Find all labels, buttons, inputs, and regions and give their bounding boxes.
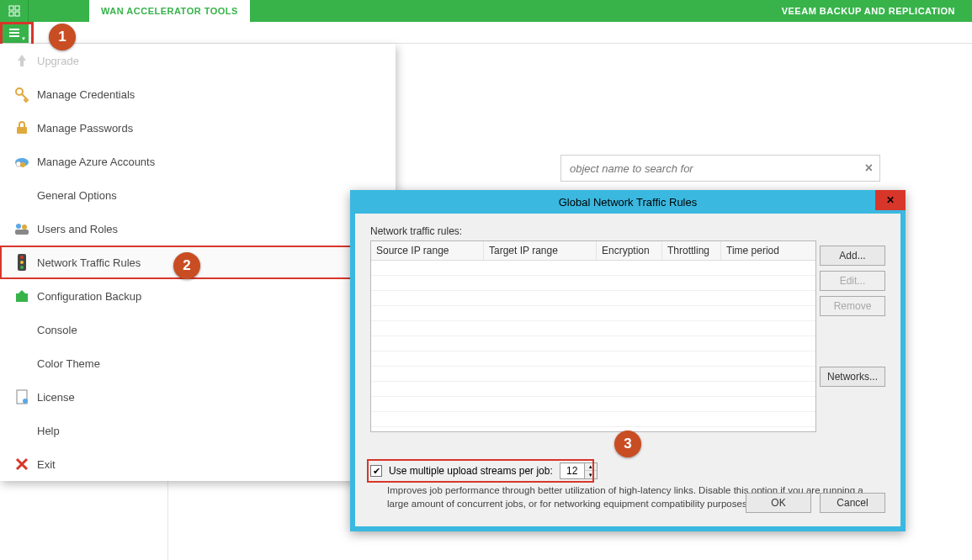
rules-table-header: Source IP range Target IP range Encrypti… (371, 241, 815, 261)
key-icon (10, 87, 34, 102)
spin-down[interactable]: ▼ (585, 471, 597, 478)
svg-point-9 (16, 224, 21, 229)
svg-rect-11 (15, 230, 29, 235)
upgrade-icon (10, 53, 34, 68)
upload-streams-checkbox[interactable]: ✔ (370, 465, 382, 477)
config-backup-icon (10, 288, 34, 304)
menu-label: Manage Passwords (34, 122, 396, 135)
col-time-period[interactable]: Time period (721, 241, 805, 260)
col-source-ip[interactable]: Source IP range (371, 241, 484, 260)
upload-streams-input[interactable] (560, 464, 584, 478)
col-encryption[interactable]: Encryption (597, 241, 662, 260)
svg-point-14 (20, 261, 24, 264)
ribbon-active-tab[interactable]: WAN ACCELERATOR TOOLS (89, 0, 250, 22)
toolbar-row: ▼ (0, 22, 972, 44)
add-button[interactable]: Add... (820, 246, 885, 266)
license-icon (10, 389, 34, 404)
menu-general-options[interactable]: General Options (0, 178, 396, 212)
menu-label: Help (34, 425, 379, 437)
svg-point-7 (16, 161, 21, 166)
menu-label: Color Theme (34, 357, 379, 370)
svg-point-15 (20, 266, 24, 269)
ok-button[interactable]: OK (746, 493, 811, 513)
app-menu-icon[interactable] (0, 0, 29, 22)
annotation-1: 1 (49, 24, 76, 50)
svg-rect-1 (15, 6, 19, 10)
svg-point-13 (20, 256, 24, 259)
annotation-3: 3 (614, 431, 641, 457)
exit-icon (10, 457, 34, 471)
svg-point-18 (23, 399, 28, 404)
users-icon (10, 222, 34, 235)
menu-label: Network Traffic Rules (34, 256, 396, 269)
dialog-title-text: Global Network Traffic Rules (559, 196, 698, 209)
svg-point-8 (20, 162, 25, 167)
dialog-close-button[interactable] (875, 190, 906, 210)
azure-icon (10, 155, 34, 168)
menu-exit[interactable]: Exit (0, 447, 396, 481)
menu-license[interactable]: License (0, 380, 396, 414)
remove-button: Remove (820, 296, 885, 316)
cancel-button[interactable]: Cancel (820, 493, 885, 513)
menu-label: Manage Azure Accounts (34, 156, 396, 168)
upload-streams-spinner[interactable]: ▲▼ (560, 462, 598, 479)
traffic-icon (10, 254, 34, 271)
networks-button[interactable]: Networks... (820, 367, 885, 387)
menu-manage-passwords[interactable]: Manage Passwords (0, 111, 396, 145)
password-icon (10, 120, 34, 135)
menu-label: License (34, 391, 396, 404)
upload-streams-label: Use multiple upload streams per job: (389, 465, 553, 477)
dialog-title: Global Network Traffic Rules (350, 190, 906, 214)
main-menu-button[interactable]: ▼ (0, 22, 29, 43)
edit-button: Edit... (820, 271, 885, 291)
menu-console[interactable]: Console ▶ (0, 313, 396, 346)
menu-help[interactable]: Help ▶ (0, 414, 396, 447)
upload-streams-row: ✔ Use multiple upload streams per job: ▲… (370, 462, 598, 479)
menu-manage-credentials[interactable]: Manage Credentials (0, 77, 396, 111)
menu-users-roles[interactable]: Users and Roles (0, 212, 396, 246)
col-throttling[interactable]: Throttling (662, 241, 721, 260)
annotation-2: 2 (173, 252, 200, 279)
search-input[interactable] (568, 161, 865, 176)
rules-label: Network traffic rules: (370, 225, 885, 237)
menu-label: Configuration Backup (34, 290, 396, 303)
menu-manage-azure[interactable]: Manage Azure Accounts (0, 145, 396, 178)
menu-label: Manage Credentials (34, 88, 396, 101)
menu-configuration-backup[interactable]: Configuration Backup (0, 279, 396, 313)
svg-point-10 (22, 225, 27, 230)
global-network-traffic-rules-dialog: Global Network Traffic Rules Network tra… (350, 190, 906, 531)
app-title: VEEAM BACKUP AND REPLICATION (250, 0, 972, 22)
menu-label: Console (34, 324, 379, 336)
rules-table[interactable]: Source IP range Target IP range Encrypti… (370, 240, 816, 432)
menu-color-theme[interactable]: Color Theme ▶ (0, 346, 396, 380)
clear-search-icon[interactable]: × (865, 161, 873, 176)
ribbon: WAN ACCELERATOR TOOLS VEEAM BACKUP AND R… (0, 0, 972, 22)
svg-rect-16 (16, 293, 28, 302)
menu-label: General Options (34, 189, 396, 202)
svg-rect-0 (9, 6, 13, 10)
col-target-ip[interactable]: Target IP range (484, 241, 597, 260)
menu-label: Upgrade (34, 55, 396, 67)
svg-rect-5 (17, 127, 27, 134)
spin-up[interactable]: ▲ (585, 463, 597, 471)
search-box[interactable]: × (560, 155, 880, 182)
menu-label: Exit (34, 458, 396, 471)
svg-rect-3 (15, 12, 19, 16)
menu-label: Users and Roles (34, 223, 396, 235)
svg-rect-2 (9, 12, 13, 16)
